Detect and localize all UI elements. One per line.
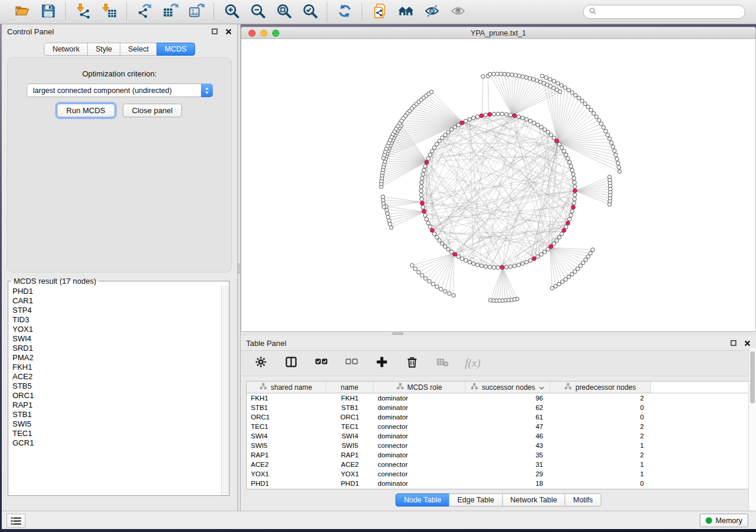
cell-name[interactable]: ACE2 — [326, 460, 374, 469]
cell-successor_nodes[interactable]: 46 — [465, 431, 550, 441]
mcds-result-item[interactable]: STB5 — [12, 382, 221, 391]
float-icon[interactable] — [211, 28, 218, 35]
cell-name[interactable]: PHD1 — [326, 479, 374, 488]
mcds-result-item[interactable]: TID3 — [12, 315, 221, 325]
cell-mcds_role[interactable]: connector — [374, 469, 465, 479]
first-neighbors-button[interactable] — [396, 2, 415, 21]
vertical-splitter-grip[interactable] — [238, 264, 240, 273]
cell-successor_nodes[interactable]: 47 — [465, 422, 550, 431]
cell-mcds_role[interactable]: dominator — [374, 403, 465, 412]
export-image-button[interactable] — [187, 2, 206, 21]
show-columns-button[interactable] — [283, 355, 299, 371]
memory-button[interactable]: Memory — [700, 514, 748, 527]
cell-shared_name[interactable]: TEC1 — [247, 422, 326, 431]
mcds-result-item[interactable]: STP4 — [12, 306, 221, 315]
cell-shared_name[interactable]: RAP1 — [247, 450, 326, 460]
zoom-in-button[interactable] — [222, 2, 241, 21]
cell-shared_name[interactable]: SWI5 — [247, 441, 326, 450]
cell-shared_name[interactable]: STB1 — [247, 403, 326, 412]
cell-predecessor_nodes[interactable]: 2 — [550, 393, 651, 403]
cell-predecessor_nodes[interactable]: 2 — [550, 431, 651, 441]
cell-mcds_role[interactable]: dominator — [374, 450, 465, 460]
cell-predecessor_nodes[interactable]: 1 — [550, 441, 651, 450]
column-header-successor-nodes[interactable]: successor nodes — [465, 382, 550, 393]
cell-successor_nodes[interactable]: 96 — [465, 393, 550, 403]
horizontal-splitter[interactable] — [241, 332, 756, 336]
table-row[interactable]: ACE2ACE2connector311 — [247, 460, 750, 469]
cell-name[interactable]: YOX1 — [326, 469, 374, 479]
tab-network-table[interactable]: Network Table — [502, 493, 566, 507]
mcds-result-item[interactable]: CAR1 — [12, 296, 221, 306]
cell-mcds_role[interactable]: dominator — [374, 393, 465, 403]
cell-successor_nodes[interactable]: 61 — [465, 412, 550, 422]
mcds-result-item[interactable]: RAP1 — [12, 400, 221, 410]
cell-shared_name[interactable]: FKH1 — [247, 393, 326, 403]
export-network-button[interactable] — [135, 2, 154, 21]
table-row[interactable]: ORC1ORC1dominator610 — [247, 412, 750, 422]
cell-shared_name[interactable]: YOX1 — [247, 469, 326, 479]
mcds-result-item[interactable]: YOX1 — [12, 325, 221, 334]
tab-node-table[interactable]: Node Table — [395, 493, 449, 507]
tab-style[interactable]: Style — [87, 43, 120, 56]
table-row[interactable]: STB1STB1dominator620 — [247, 403, 750, 412]
unselect-all-rows-button[interactable] — [344, 355, 359, 371]
table-row[interactable]: FKH1FKH1dominator962 — [247, 393, 750, 403]
table-scrollbar[interactable] — [748, 348, 756, 511]
mcds-result-item[interactable]: GCR1 — [12, 438, 221, 448]
column-header-predecessor-nodes[interactable]: predecessor nodes — [550, 382, 651, 393]
panel-list-button[interactable] — [7, 514, 25, 528]
run-mcds-button[interactable]: Run MCDS — [57, 104, 115, 117]
import-network-button[interactable] — [74, 2, 92, 21]
cell-name[interactable]: SWI5 — [326, 441, 374, 450]
cell-name[interactable]: ORC1 — [326, 412, 374, 422]
mcds-result-item[interactable]: ACE2 — [12, 372, 221, 382]
cell-predecessor_nodes[interactable]: 0 — [550, 403, 651, 412]
cell-shared_name[interactable]: PHD1 — [247, 479, 326, 488]
close-panel-button[interactable]: Close panel — [123, 104, 183, 117]
cell-shared_name[interactable]: ACE2 — [247, 460, 326, 469]
table-row[interactable]: SWI4SWI4dominator462 — [247, 431, 750, 441]
table-row[interactable]: PHD1PHD1dominator180 — [247, 479, 750, 488]
mcds-result-scrollbar[interactable] — [221, 286, 229, 495]
cell-name[interactable]: FKH1 — [326, 393, 374, 403]
criterion-select[interactable]: largest connected component (undirected) — [27, 84, 213, 97]
cell-mcds_role[interactable]: dominator — [374, 412, 465, 422]
cell-predecessor_nodes[interactable]: 2 — [550, 450, 651, 460]
cell-predecessor_nodes[interactable]: 0 — [550, 412, 651, 422]
float-icon[interactable] — [730, 339, 737, 347]
table-scrollbar-thumb[interactable] — [750, 351, 755, 403]
mcds-result-item[interactable]: SWI5 — [12, 419, 221, 429]
cell-mcds_role[interactable]: connector — [374, 422, 465, 431]
mcds-result-item[interactable]: ORC1 — [12, 391, 221, 400]
cell-successor_nodes[interactable]: 31 — [465, 460, 550, 469]
search-input[interactable] — [599, 7, 739, 17]
table-row[interactable]: YOX1YOX1connector291 — [247, 469, 750, 479]
tab-select[interactable]: Select — [120, 43, 157, 56]
select-all-rows-button[interactable] — [314, 355, 329, 371]
column-header-MCDS-role[interactable]: MCDS role — [374, 382, 465, 393]
mcds-result-item[interactable]: FKH1 — [12, 363, 221, 372]
tab-edge-table[interactable]: Edge Table — [449, 493, 502, 507]
horizontal-splitter-grip[interactable] — [393, 332, 403, 335]
cell-name[interactable]: RAP1 — [326, 450, 374, 460]
delete-row-button[interactable] — [404, 355, 420, 371]
clone-network-button[interactable] — [370, 2, 389, 21]
column-header-shared-name[interactable]: shared name — [247, 382, 326, 393]
cell-mcds_role[interactable]: connector — [374, 460, 465, 469]
mcds-result-item[interactable]: PMA2 — [12, 353, 221, 363]
table-row[interactable]: SWI5SWI5connector431 — [247, 441, 750, 450]
mcds-result-item[interactable]: SRD1 — [12, 344, 221, 353]
refresh-layout-button[interactable] — [335, 2, 354, 21]
tab-network[interactable]: Network — [44, 43, 88, 56]
mcds-result-item[interactable]: SWI4 — [12, 334, 221, 344]
import-table-button[interactable] — [100, 2, 119, 21]
mcds-result-item[interactable]: STB1 — [12, 410, 221, 419]
cell-mcds_role[interactable]: dominator — [374, 479, 465, 488]
cell-successor_nodes[interactable]: 35 — [465, 450, 550, 460]
close-icon[interactable] — [744, 339, 751, 347]
tab-mcds[interactable]: MCDS — [157, 43, 195, 56]
add-row-button[interactable] — [374, 355, 390, 371]
cell-mcds_role[interactable]: dominator — [374, 431, 465, 441]
cell-name[interactable]: STB1 — [326, 403, 374, 412]
tab-motifs[interactable]: Motifs — [564, 493, 601, 507]
